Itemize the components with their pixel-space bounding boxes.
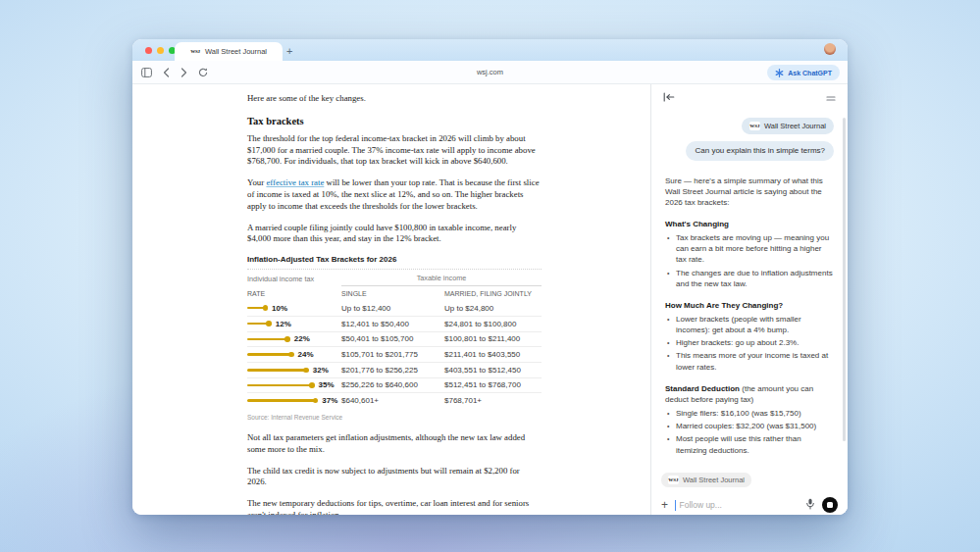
single-range: Up to $12,400 (341, 304, 444, 313)
panel-header (651, 84, 848, 110)
bullet-list: Single filers: $16,100 (was $15,750)Marr… (665, 408, 834, 456)
single-range: $201,776 to $256,225 (341, 366, 444, 375)
bullet-item: Single filers: $16,100 (was $15,750) (665, 408, 834, 419)
single-range: $256,226 to $640,600 (341, 380, 444, 389)
bullet-text: Married couples: $32,200 (was $31,500) (676, 422, 816, 430)
section-heading: How Much Are They Changing? (665, 300, 834, 311)
rate-cell: 35% (247, 380, 341, 389)
rate-cell: 22% (247, 334, 341, 343)
close-window-button[interactable] (145, 47, 152, 54)
profile-avatar[interactable] (824, 43, 836, 55)
follow-up-input[interactable] (679, 500, 799, 510)
bullet-text: Most people will use this rather than it… (676, 434, 801, 454)
chat-composer: WSJ Wall Street Journal + (651, 454, 848, 515)
wsj-favicon: WSJ (749, 122, 760, 130)
collapse-panel-icon[interactable] (663, 88, 675, 106)
tab-strip: WSJ Wall Street Journal + (132, 39, 848, 61)
bullet-list: Tax brackets are moving up — meaning you… (665, 232, 834, 289)
rate-value: 12% (276, 320, 291, 328)
rate-bar (247, 399, 316, 402)
table-column-headers: RATE SINGLE MARRIED, FILING JOINTLY (247, 286, 542, 300)
paragraph-text: Your (247, 177, 266, 187)
rate-value: 35% (319, 380, 335, 389)
table-row: 37% $640,601+ $768,701+ (247, 392, 542, 408)
composer-context-chip[interactable]: WSJ Wall Street Journal (661, 473, 751, 487)
section-heading: Standard Deduction (the amount you can d… (665, 383, 834, 406)
table-title: Inflation-Adjusted Tax Brackets for 2026 (247, 255, 542, 264)
heading-text: How Much Are They Changing? (665, 301, 783, 310)
user-message-bubble: Can you explain this in simple terms? (686, 141, 834, 160)
rate-value: 37% (322, 396, 337, 405)
text-caret (675, 500, 676, 511)
bullet-item: Married couples: $32,200 (was $31,500) (665, 421, 834, 431)
bullet-list: Lower brackets (people with smaller inco… (665, 314, 834, 373)
married-range: $100,801 to $211,400 (444, 334, 542, 343)
rate-cell: 10% (247, 304, 341, 313)
browser-toolbar: wsj.com Ask ChatGPT (132, 61, 848, 84)
context-chip-label: Wall Street Journal (683, 476, 745, 484)
bullet-text: This means more of your income is taxed … (676, 351, 828, 371)
chat-section-whats-changing: What's Changing Tax brackets are moving … (665, 219, 834, 289)
traffic-lights (145, 47, 176, 54)
section-heading: What's Changing (665, 219, 834, 229)
table-row: 35% $256,226 to $640,600 $512,451 to $76… (247, 377, 542, 393)
bullet-text: Tax brackets are moving up — meaning you… (676, 233, 829, 265)
married-range: Up to $24,800 (444, 304, 542, 313)
single-range: $105,701 to $201,775 (341, 350, 444, 359)
effective-tax-rate-link[interactable]: effective tax rate (266, 177, 324, 187)
bullet-text: The changes are due to inflation adjustm… (676, 269, 833, 288)
table-row: 12% $12,401 to $50,400 $24,801 to $100,8… (247, 316, 542, 331)
rate-bar (247, 369, 307, 372)
stop-square-icon (827, 502, 833, 508)
rate-bar (247, 307, 266, 310)
window-content: Here are some of the key changes. Tax br… (132, 84, 848, 515)
table-group-header: Individual income tax Taxable income (247, 269, 542, 286)
panel-scrollbar[interactable] (843, 118, 846, 441)
chat-section-how-much: How Much Are They Changing? Lower bracke… (665, 300, 834, 373)
article-paragraph: The child tax credit is now subject to a… (247, 466, 540, 489)
minimize-window-button[interactable] (157, 47, 164, 54)
tab-wall-street-journal[interactable]: WSJ Wall Street Journal (175, 42, 283, 61)
article-paragraph: Not all tax parameters get inflation adj… (247, 432, 540, 456)
address-bar[interactable]: wsj.com (132, 68, 848, 76)
article-heading-tax-brackets: Tax brackets (247, 115, 542, 127)
assistant-message: Sure — here's a simple summary of what t… (665, 176, 834, 209)
chatgpt-logo-icon (775, 69, 784, 77)
table-row: 24% $105,701 to $201,775 $211,401 to $40… (247, 346, 542, 362)
microphone-icon[interactable] (805, 496, 815, 514)
single-range: $640,601+ (341, 396, 444, 405)
rate-cell: 24% (247, 350, 341, 359)
article-paragraph: The threshold for the top federal income… (247, 133, 540, 168)
bullet-item: Tax brackets are moving up — meaning you… (665, 232, 834, 266)
new-tab-button[interactable]: + (286, 42, 292, 60)
married-range: $24,801 to $100,800 (444, 320, 542, 328)
panel-menu-icon[interactable] (826, 88, 836, 106)
table-row: 22% $50,401 to $105,700 $100,801 to $211… (247, 331, 542, 347)
ask-chatgpt-label: Ask ChatGPT (788, 70, 832, 76)
single-range: $12,401 to $50,400 (341, 320, 444, 328)
bullet-item: This means more of your income is taxed … (665, 350, 834, 373)
attach-plus-icon[interactable]: + (661, 500, 668, 510)
group-header-taxable-income: Taxable income (341, 274, 542, 286)
browser-window: WSJ Wall Street Journal + wsj.com Ask Ch… (132, 39, 848, 515)
article-paragraph: Here are some of the key changes. (247, 93, 540, 105)
column-header-rate: RATE (247, 290, 341, 297)
bullet-text: Higher brackets: go up about 2.3%. (676, 338, 799, 347)
source-chip-label: Wall Street Journal (764, 121, 826, 131)
rate-cell: 32% (247, 366, 341, 375)
source-context-chip[interactable]: WSJ Wall Street Journal (742, 118, 834, 134)
bullet-item: Lower brackets (people with smaller inco… (665, 314, 834, 336)
rate-value: 32% (313, 366, 329, 375)
chat-section-standard-deduction: Standard Deduction (the amount you can d… (665, 383, 834, 456)
married-range: $211,401 to $403,550 (444, 350, 542, 359)
bullet-text: Lower brackets (people with smaller inco… (676, 315, 801, 334)
chatgpt-side-panel: WSJ Wall Street Journal Can you explain … (650, 84, 848, 515)
heading-text: Standard Deduction (665, 384, 740, 393)
ask-chatgpt-button[interactable]: Ask ChatGPT (767, 65, 840, 80)
rate-bar (247, 384, 313, 387)
stop-generating-button[interactable] (822, 497, 838, 513)
rate-bar (247, 338, 288, 341)
article-paragraph: A married couple filing jointly could ha… (247, 223, 540, 246)
rate-value: 22% (294, 334, 310, 343)
married-range: $768,701+ (444, 396, 542, 405)
